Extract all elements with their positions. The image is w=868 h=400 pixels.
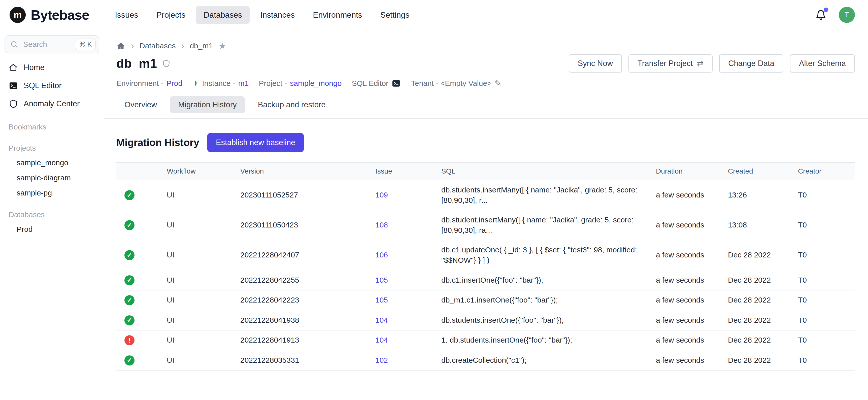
sql-editor-meta[interactable]: SQL Editor [352, 79, 401, 88]
bytebase-logo-icon: m [9, 6, 26, 24]
topnav-item-databases[interactable]: Databases [196, 6, 250, 24]
topnav-menu: Issues Projects Databases Instances Envi… [107, 6, 417, 24]
top-navigation: m Bytebase Issues Projects Databases Ins… [0, 0, 868, 30]
issue-link[interactable]: 102 [375, 356, 388, 364]
instance-label: Instance - [202, 79, 235, 88]
tenant-label: Tenant - <Empty Value> [411, 79, 492, 88]
duration-cell: a few seconds [650, 330, 722, 350]
version-cell: 20230111052527 [234, 180, 369, 210]
status-icon [124, 356, 134, 366]
home-icon [8, 63, 18, 72]
search-icon [10, 40, 18, 49]
main-layout: ⌘ K Home SQL Editor [0, 30, 868, 400]
sql-cell: db_m1.c1.insertOne({"foo": "bar"}); [435, 290, 650, 310]
workflow-cell: UI [161, 290, 234, 310]
created-cell: Dec 28 2022 [722, 290, 792, 310]
bytebase-logo[interactable]: m Bytebase [9, 6, 89, 24]
environment-link[interactable]: Prod [166, 79, 182, 88]
sidebar-item-sql-editor[interactable]: SQL Editor [4, 76, 99, 95]
instance-link[interactable]: m1 [238, 79, 249, 88]
col-created: Created [722, 162, 792, 180]
topnav-item-environments[interactable]: Environments [305, 6, 370, 24]
notifications-bell-icon[interactable] [815, 9, 827, 21]
sidebar-item-prod[interactable]: Prod [4, 222, 99, 237]
instance-meta: Instance - m1 [192, 79, 249, 88]
issue-link[interactable]: 108 [375, 221, 388, 229]
issue-link[interactable]: 109 [375, 191, 388, 199]
keyboard-shortcut-badge: ⌘ K [75, 38, 96, 50]
status-icon [124, 315, 134, 326]
sidebar-item-label: Home [24, 63, 44, 72]
issue-link[interactable]: 104 [375, 336, 388, 344]
sidebar-item-sample-diagram[interactable]: sample-diagram [4, 170, 99, 185]
transfer-project-button[interactable]: Transfer Project [628, 54, 713, 72]
created-cell: Dec 28 2022 [722, 270, 792, 290]
project-link[interactable]: sample_mongo [290, 79, 342, 88]
topnav-item-projects[interactable]: Projects [149, 6, 193, 24]
sql-cell: db.c1.insertOne({"foo": "bar"}); [435, 270, 650, 290]
creator-cell: T0 [792, 270, 855, 290]
tab-backup-and-restore[interactable]: Backup and restore [250, 96, 334, 113]
user-avatar[interactable]: T [839, 7, 855, 23]
created-cell: Dec 28 2022 [722, 240, 792, 270]
table-row: UI 20221228041913 104 1. db.students.ins… [116, 330, 855, 350]
version-cell: 20221228042255 [234, 270, 369, 290]
breadcrumb-item-db-m1: db_m1 [190, 41, 213, 50]
shield-icon [162, 59, 170, 68]
environment-meta: Environment - Prod [116, 79, 182, 88]
sql-cell: db.students.insertOne({"foo": "bar"}); [435, 310, 650, 330]
sidebar-item-anomaly-center[interactable]: Anomaly Center [4, 95, 99, 113]
issue-link[interactable]: 106 [375, 251, 388, 259]
database-meta: Environment - Prod Instance - m1 Project… [104, 72, 868, 88]
status-icon [124, 275, 134, 285]
duration-cell: a few seconds [650, 240, 722, 270]
change-data-button[interactable]: Change Data [719, 54, 783, 72]
duration-cell: a few seconds [650, 310, 722, 330]
sidebar-item-sample-mongo[interactable]: sample_mongo [4, 155, 99, 170]
issue-link[interactable]: 105 [375, 296, 388, 304]
duration-cell: a few seconds [650, 270, 722, 290]
duration-cell: a few seconds [650, 210, 722, 240]
workflow-cell: UI [161, 310, 234, 330]
topnav-item-settings[interactable]: Settings [373, 6, 417, 24]
table-row: UI 20221228035331 102 db.createCollectio… [116, 350, 855, 370]
sql-cell: db.c1.updateOne( { _id: 3 }, [ { $set: {… [435, 240, 650, 270]
search-box[interactable]: ⌘ K [4, 35, 99, 53]
issue-link[interactable]: 105 [375, 276, 388, 284]
workflow-cell: UI [161, 240, 234, 270]
tab-migration-history[interactable]: Migration History [170, 96, 245, 113]
creator-cell: T0 [792, 210, 855, 240]
edit-pencil-icon[interactable] [495, 79, 501, 88]
tenant-meta: Tenant - <Empty Value> [411, 79, 501, 88]
page-actions: Sync Now Transfer Project Change Data Al… [569, 54, 855, 72]
creator-cell: T0 [792, 240, 855, 270]
table-row: UI 20230111050423 108 db.student.insertM… [116, 210, 855, 240]
main-content: › Databases › db_m1 ★ db_m1 Sync Now Tra… [104, 30, 868, 400]
sql-cell: db.student.insertMany([ { name: "Jacika"… [435, 210, 650, 240]
tab-overview[interactable]: Overview [116, 96, 165, 113]
breadcrumb-home-icon[interactable] [116, 41, 125, 50]
sidebar-item-label: SQL Editor [24, 81, 61, 90]
search-input[interactable] [22, 39, 71, 49]
sidebar: ⌘ K Home SQL Editor [0, 30, 104, 400]
sidebar-item-sample-pg[interactable]: sample-pg [4, 185, 99, 201]
creator-cell: T0 [792, 180, 855, 210]
col-duration: Duration [650, 162, 722, 180]
issue-link[interactable]: 104 [375, 316, 388, 324]
status-icon [124, 250, 134, 260]
establish-baseline-button[interactable]: Establish new baseline [207, 133, 304, 152]
sync-now-button[interactable]: Sync Now [569, 54, 622, 72]
topnav-item-instances[interactable]: Instances [253, 6, 302, 24]
topnav-item-issues[interactable]: Issues [107, 6, 146, 24]
breadcrumb-item-databases[interactable]: Databases [140, 41, 176, 50]
favorite-star-icon[interactable]: ★ [218, 41, 226, 51]
duration-cell: a few seconds [650, 180, 722, 210]
created-cell: Dec 28 2022 [722, 310, 792, 330]
creator-cell: T0 [792, 350, 855, 370]
sidebar-item-home[interactable]: Home [4, 58, 99, 76]
col-status [116, 162, 161, 180]
table-header-row: Workflow Version Issue SQL Duration Crea… [116, 162, 855, 180]
sql-cell: 1. db.students.insertOne({"foo": "bar"})… [435, 330, 650, 350]
created-cell: 13:08 [722, 210, 792, 240]
alter-schema-button[interactable]: Alter Schema [790, 54, 855, 72]
